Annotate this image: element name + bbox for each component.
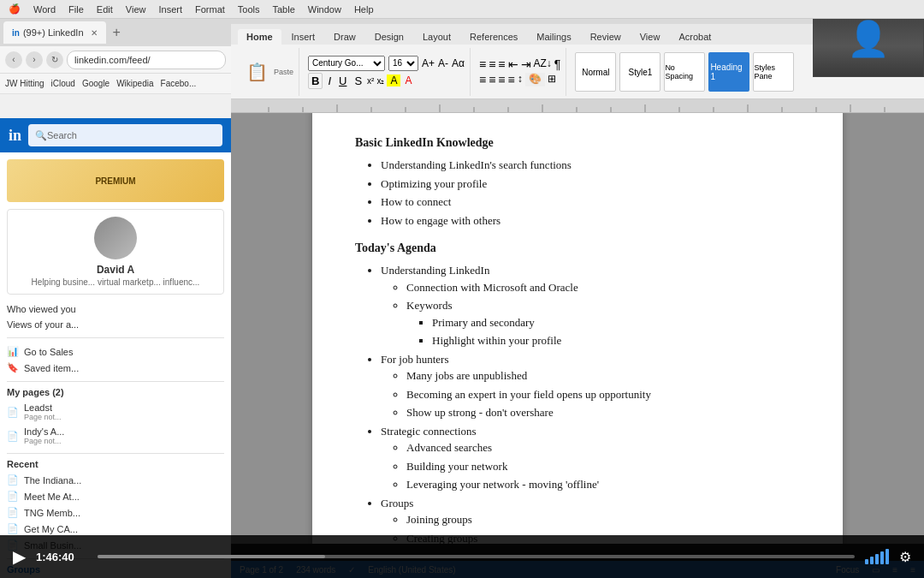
bookmark-jwhitting[interactable]: JW Hitting (5, 79, 44, 88)
style-normal[interactable]: Normal (575, 52, 616, 92)
bar-4 (880, 551, 884, 564)
style-heading1[interactable]: Heading 1 (708, 52, 749, 92)
justify-button[interactable]: ≡ (508, 73, 515, 86)
align-right-button[interactable]: ≡ (498, 73, 505, 86)
shrink-font-button[interactable]: A- (438, 57, 448, 69)
recent-item-1[interactable]: 📄 The Indiana... (7, 472, 224, 488)
progress-bar[interactable] (98, 555, 855, 558)
linkedin-search-bar[interactable]: 🔍 Search (28, 124, 222, 146)
underline-button[interactable]: U (336, 74, 349, 88)
style-no-spacing[interactable]: No Spacing (664, 52, 705, 92)
tab-references[interactable]: References (461, 29, 526, 45)
paste-button[interactable]: 📋 (243, 60, 271, 84)
bookmark-google[interactable]: Google (82, 79, 110, 88)
numbering-button[interactable]: ≡ (489, 57, 495, 71)
tab-layout[interactable]: Layout (414, 29, 459, 45)
linkedin-tab[interactable]: in (99+) LinkedIn ✕ (3, 21, 106, 44)
menu-insert[interactable]: Insert (158, 4, 182, 15)
tab-home[interactable]: Home (238, 29, 281, 45)
premium-banner[interactable]: PREMIUM (7, 159, 224, 202)
tab-acrobat[interactable]: Acrobat (670, 29, 720, 45)
menu-window[interactable]: Window (308, 4, 341, 15)
bookmark-icloud[interactable]: iCloud (51, 79, 75, 88)
font-family-select[interactable]: Century Go... (308, 56, 385, 71)
saved-items-item[interactable]: 🔖 Saved item... (7, 360, 224, 376)
superscript-button[interactable]: x² (367, 76, 374, 86)
profile-subtitle: Helping busine... virtual marketp... inf… (15, 277, 216, 287)
menu-word[interactable]: Word (33, 4, 56, 15)
grow-font-button[interactable]: A+ (422, 57, 435, 69)
page-leadst[interactable]: 📄 Leadst Page not... (7, 400, 224, 424)
tab-design[interactable]: Design (366, 29, 412, 45)
show-marks-button[interactable]: ¶ (554, 57, 561, 71)
recent-icon-1: 📄 (7, 474, 19, 486)
page-indy[interactable]: 📄 Indy's A... Page not... (7, 424, 224, 448)
font-color-button[interactable]: A (403, 74, 413, 86)
subscript-button[interactable]: x₂ (376, 76, 384, 86)
back-button[interactable]: ‹ (5, 51, 22, 69)
decrease-indent-button[interactable]: ⇤ (508, 57, 518, 71)
refresh-button[interactable]: ↻ (46, 51, 63, 69)
address-bar[interactable]: linkedin.com/feed/ (67, 51, 226, 69)
style-style1[interactable]: Style1 (619, 52, 660, 92)
highlight-button[interactable]: A (387, 74, 400, 86)
align-left-button[interactable]: ≡ (479, 73, 486, 86)
recent-item-2[interactable]: 📄 Meet Me At... (7, 488, 224, 504)
styles-pane-button[interactable]: Styles Pane (753, 52, 794, 92)
views-section: Who viewed you Views of your a... (7, 301, 224, 338)
tab-view[interactable]: View (631, 29, 669, 45)
menu-help[interactable]: Help (354, 4, 374, 15)
menu-file[interactable]: File (68, 4, 84, 15)
saved-items-label: Saved item... (24, 363, 79, 373)
menu-edit[interactable]: Edit (97, 4, 113, 15)
sub-bullet-building-network: Building your network (406, 458, 800, 475)
menu-view[interactable]: View (126, 4, 146, 15)
italic-button[interactable]: I (325, 74, 334, 88)
tab-review[interactable]: Review (582, 29, 630, 45)
menu-table[interactable]: Table (273, 4, 295, 15)
new-tab-button[interactable]: + (110, 25, 124, 40)
increase-indent-button[interactable]: ⇥ (521, 57, 531, 71)
menu-format[interactable]: Format (195, 4, 225, 15)
tab-insert[interactable]: Insert (283, 29, 324, 45)
browser-nav: ‹ › ↻ linkedin.com/feed/ (0, 46, 231, 74)
tab-title: (99+) LinkedIn (23, 27, 84, 38)
search-placeholder: Search (47, 130, 77, 140)
bookmark-facebook[interactable]: Facebo... (161, 79, 197, 88)
views-item[interactable]: Views of your a... (7, 317, 224, 332)
settings-button[interactable]: ⚙ (899, 549, 911, 565)
bookmark-icon: 🔖 (7, 362, 19, 373)
sort-button[interactable]: AZ↓ (534, 57, 552, 71)
strikethrough-button[interactable]: S (352, 74, 364, 88)
who-viewed-item[interactable]: Who viewed you (7, 301, 224, 317)
recent-item-3[interactable]: 📄 TNG Memb... (7, 504, 224, 521)
tab-draw[interactable]: Draw (325, 29, 364, 45)
browser-tabs: in (99+) LinkedIn ✕ + (0, 19, 231, 46)
go-to-sales-item[interactable]: 📊 Go to Sales (7, 343, 224, 360)
my-pages-title: My pages (2) (7, 387, 224, 397)
multilevel-button[interactable]: ≡ (498, 57, 505, 71)
bar-2 (870, 557, 874, 564)
bold-button[interactable]: B (308, 73, 323, 89)
tab-mailings[interactable]: Mailings (528, 29, 579, 45)
apple-menu[interactable]: 🍎 (9, 3, 21, 15)
profile-name: David A (15, 264, 216, 276)
align-center-button[interactable]: ≡ (489, 73, 495, 86)
bookmark-wikipedia[interactable]: Wikipedia (116, 79, 153, 88)
play-button[interactable]: ▶ (13, 546, 26, 567)
search-icon: 🔍 (35, 130, 47, 141)
bullet-engage-others: How to engage with others (381, 212, 800, 229)
font-format-icon[interactable]: Aα (452, 57, 465, 69)
shading-button[interactable]: 🎨 (525, 73, 545, 86)
menu-tools[interactable]: Tools (238, 4, 260, 15)
sub-list-strategic: Advanced searches Building your network … (406, 439, 800, 493)
borders-button[interactable]: ⊞ (548, 73, 556, 86)
sub-bullet-strong: Show up strong - don't overshare (406, 404, 800, 421)
forward-button[interactable]: › (26, 51, 43, 69)
recent-icon-4: 📄 (7, 523, 19, 534)
bullets-button[interactable]: ≡ (479, 57, 486, 71)
font-size-select[interactable]: 16 (388, 56, 418, 71)
signal-bars (865, 549, 889, 564)
tab-close-button[interactable]: ✕ (91, 28, 98, 38)
line-spacing-button[interactable]: ↕ (518, 73, 523, 86)
